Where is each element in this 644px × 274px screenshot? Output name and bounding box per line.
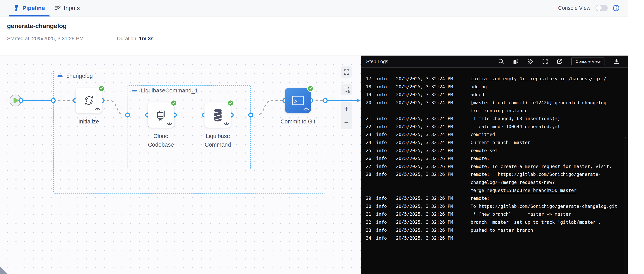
canvas-fullscreen-button[interactable]	[341, 66, 352, 78]
step-logs-header: Step Logs	[361, 56, 628, 68]
connector-dashed	[102, 100, 148, 115]
log-row: 28info20/5/2025, 3:32:26 PMremote: https…	[364, 170, 620, 178]
node-initialize[interactable]: </>	[76, 88, 102, 113]
fullscreen-icon	[344, 69, 350, 75]
code-glyph: </>	[224, 121, 229, 126]
tab-pipeline-label: Pipeline	[22, 5, 45, 12]
log-row: 30info20/5/2025, 3:32:26 PMTo https://gi…	[364, 202, 620, 210]
started-at: Started at: 20/5/2025, 3:31:28 PM	[7, 36, 117, 42]
log-row: 18info20/5/2025, 3:32:24 PMadding	[364, 83, 620, 91]
info-icon[interactable]	[613, 5, 620, 12]
node-initialize-label: Initialize	[62, 117, 115, 126]
connector-port[interactable]	[323, 98, 327, 102]
canvas-corner-handle	[0, 266, 8, 274]
log-row: 27info20/5/2025, 3:32:26 PMremote: To cr…	[364, 162, 620, 170]
node-liquibase-command-label: Liquibase Command	[202, 132, 234, 149]
log-row: 34info20/5/2025, 3:32:26 PM	[364, 234, 620, 242]
terminal-icon	[292, 95, 304, 106]
tab-pipeline[interactable]: Pipeline	[9, 0, 50, 16]
duration: Duration: 1m 3s	[117, 36, 154, 42]
codebase-icon	[156, 109, 167, 121]
success-check-icon	[98, 86, 104, 92]
node-clone-codebase[interactable]: </>	[148, 102, 174, 128]
app-window: Pipeline Inputs Console View generate-ch…	[0, 0, 628, 274]
console-view-button[interactable]: Console View	[571, 58, 605, 65]
log-row: 23info20/5/2025, 3:32:24 PMcommitted	[364, 130, 620, 138]
pipeline-icon	[13, 5, 19, 11]
connector-dashed	[231, 100, 285, 115]
zoom-out-button[interactable]: −	[341, 116, 352, 129]
sync-icon	[84, 95, 94, 106]
connector-port[interactable]	[249, 113, 253, 117]
log-row: 31info20/5/2025, 3:32:26 PM * [new branc…	[364, 210, 620, 218]
settings-gear-icon[interactable]	[527, 58, 534, 64]
log-row: 20info20/5/2025, 3:32:24 PM[master (root…	[364, 99, 620, 107]
node-commit-to-git[interactable]: </>	[285, 88, 311, 113]
page-title: generate-changelog	[7, 22, 628, 30]
log-row: 17info20/5/2025, 3:32:24 PMInitialized e…	[364, 75, 620, 83]
log-row: 24info20/5/2025, 3:32:24 PMCurrent branc…	[364, 138, 620, 146]
console-view-label: Console View	[558, 5, 590, 11]
log-row: merge_request%5Bsource_branch%5D=master	[364, 186, 620, 194]
node-liquibase-command[interactable]: </>	[204, 102, 231, 128]
log-row: changelog/-/merge_requests/new?	[364, 178, 620, 186]
copy-icon[interactable]	[513, 58, 518, 64]
top-tab-bar: Pipeline Inputs Console View	[0, 0, 628, 16]
log-row: 32info20/5/2025, 3:32:26 PMbranch 'maste…	[364, 218, 620, 226]
console-view-toggle[interactable]	[596, 5, 608, 12]
node-clone-codebase-label: Clone Codebase	[145, 132, 176, 149]
log-link[interactable]: https://gitlab.com/Sonichigo/generate-	[498, 172, 601, 177]
code-glyph: </>	[167, 121, 172, 126]
run-header: generate-changelog Started at: 20/5/2025…	[0, 16, 628, 55]
success-check-icon	[307, 86, 313, 92]
tab-inputs-label: Inputs	[64, 5, 80, 12]
search-icon[interactable]	[498, 58, 504, 64]
code-glyph: </>	[94, 107, 100, 112]
tab-inputs[interactable]: Inputs	[50, 0, 84, 16]
console-view-group: Console View	[558, 5, 620, 12]
step-logs-panel: Step Logs	[361, 56, 628, 274]
connector-port[interactable]	[51, 98, 55, 102]
success-check-icon	[228, 100, 234, 106]
zoom-in-button[interactable]: +	[341, 102, 352, 116]
log-row: 26info20/5/2025, 3:32:26 PMremote:	[364, 154, 620, 162]
log-scrollbar-thumb[interactable]	[624, 138, 627, 274]
log-row: 19info20/5/2025, 3:32:24 PMadded	[364, 91, 620, 99]
connector-port[interactable]	[19, 98, 23, 102]
connector-port[interactable]	[126, 113, 130, 117]
log-row: 25info20/5/2025, 3:32:24 PMremote set	[364, 146, 620, 154]
log-lines[interactable]: 17info20/5/2025, 3:32:24 PMInitialized e…	[361, 68, 628, 274]
pipeline-canvas[interactable]: changelog LiquibaseCommand_1	[0, 56, 361, 274]
code-glyph: </>	[303, 107, 308, 112]
node-commit-to-git-label: Commit to Git	[268, 117, 327, 126]
download-icon[interactable]	[614, 58, 620, 64]
log-row: 33info20/5/2025, 3:32:26 PMpushed to mas…	[364, 226, 620, 234]
expand-fullscreen-icon[interactable]	[542, 58, 548, 64]
log-link[interactable]: changelog/-/merge_requests/new?	[470, 180, 555, 185]
connector-arrowhead	[357, 99, 360, 102]
log-row: 29info20/5/2025, 3:32:26 PMremote:	[364, 194, 620, 202]
log-row: 22info20/5/2025, 3:32:24 PM create mode …	[364, 123, 620, 131]
log-link[interactable]: https://gitlab.com/Sonichigo/generate-ch…	[479, 204, 617, 209]
toggle-knob	[596, 5, 602, 11]
success-check-icon	[170, 100, 177, 106]
log-row: from running instance	[364, 106, 620, 114]
inputs-icon	[54, 5, 61, 11]
canvas-zoom-panel: + −	[341, 102, 352, 129]
log-link[interactable]: merge_request%5Bsource_branch%5D=master	[470, 188, 576, 193]
marquee-select-icon	[343, 86, 350, 93]
step-logs-title: Step Logs	[366, 59, 388, 64]
log-row: 21info20/5/2025, 3:32:24 PM 1 file chang…	[364, 114, 620, 123]
canvas-select-button[interactable]	[341, 84, 352, 96]
liquibase-icon	[212, 108, 223, 122]
open-in-new-icon[interactable]	[557, 58, 562, 64]
